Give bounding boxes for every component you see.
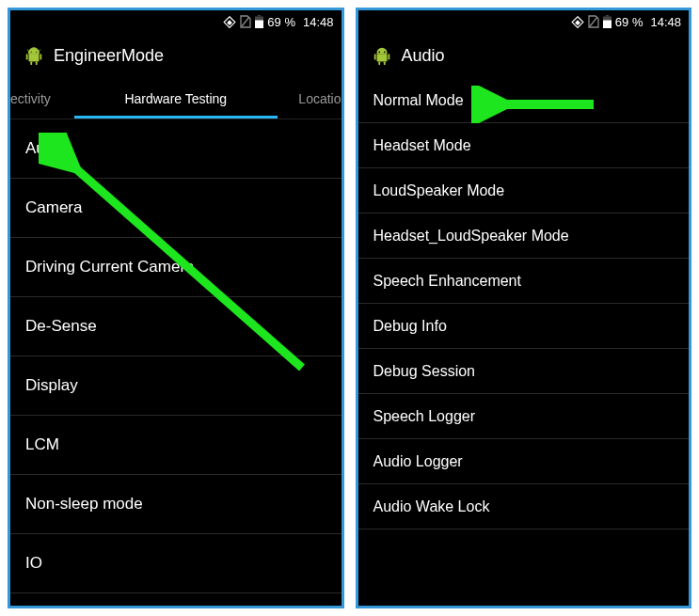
item-non-sleep-mode[interactable]: Non-sleep mode <box>10 475 342 534</box>
clock: 14:48 <box>303 15 334 29</box>
item-audio[interactable]: Audio <box>10 119 342 179</box>
item-headset-loudspeaker-mode[interactable]: Headset_LoudSpeaker Mode <box>358 213 690 259</box>
svg-rect-13 <box>606 15 609 17</box>
android-icon <box>372 45 392 66</box>
screen-audio: 69 % 14:48 Audio Normal Mode Headset Mod… <box>356 8 692 608</box>
clock: 14:48 <box>650 15 681 29</box>
svg-rect-15 <box>373 54 375 59</box>
screen-engineer-mode: 69 % 14:48 EngineerMode ectivity Hardwar… <box>8 8 344 608</box>
app-title: Audio <box>402 46 445 66</box>
svg-rect-2 <box>255 21 263 29</box>
svg-rect-5 <box>26 54 28 59</box>
battery-pct: 69 % <box>615 15 643 29</box>
item-debug-info[interactable]: Debug Info <box>358 304 690 349</box>
item-speech-enhancement[interactable]: Speech Enhancement <box>358 259 690 304</box>
tabs: ectivity Hardware Testing Locatio <box>10 78 342 119</box>
hardware-list: Audio Camera Driving Current Camera De-S… <box>10 119 342 593</box>
item-audio-logger[interactable]: Audio Logger <box>358 439 690 484</box>
item-debug-session[interactable]: Debug Session <box>358 349 690 394</box>
tab-hardware-testing[interactable]: Hardware Testing <box>67 78 285 118</box>
sim-icon <box>588 15 599 28</box>
android-icon <box>24 45 44 66</box>
tab-connectivity[interactable]: ectivity <box>10 78 67 118</box>
svg-rect-18 <box>383 61 385 65</box>
item-headset-mode[interactable]: Headset Mode <box>358 123 690 168</box>
svg-line-10 <box>590 17 597 26</box>
svg-rect-7 <box>30 61 32 65</box>
tab-location[interactable]: Locatio <box>285 78 342 118</box>
battery-icon <box>255 15 263 28</box>
svg-rect-14 <box>376 54 387 61</box>
item-de-sense[interactable]: De-Sense <box>10 297 342 356</box>
svg-rect-4 <box>29 54 40 61</box>
item-normal-mode[interactable]: Normal Mode <box>358 78 690 123</box>
item-driving-current-camera[interactable]: Driving Current Camera <box>10 238 342 297</box>
item-display[interactable]: Display <box>10 356 342 416</box>
status-bar: 69 % 14:48 <box>10 10 342 33</box>
wifi-icon <box>571 15 584 28</box>
item-audio-wake-lock[interactable]: Audio Wake Lock <box>358 484 690 529</box>
item-io[interactable]: IO <box>10 534 342 593</box>
status-bar: 69 % 14:48 <box>358 10 690 33</box>
sim-icon <box>240 15 251 28</box>
battery-icon <box>603 15 612 28</box>
audio-list: Normal Mode Headset Mode LoudSpeaker Mod… <box>358 78 690 529</box>
item-camera[interactable]: Camera <box>10 179 342 238</box>
item-lcm[interactable]: LCM <box>10 416 342 475</box>
item-loudspeaker-mode[interactable]: LoudSpeaker Mode <box>358 168 690 213</box>
battery-pct: 69 % <box>267 15 295 29</box>
app-title: EngineerMode <box>54 46 164 66</box>
svg-rect-3 <box>258 15 261 17</box>
app-header: EngineerMode <box>10 33 342 78</box>
svg-rect-16 <box>388 54 389 59</box>
svg-rect-12 <box>603 21 612 29</box>
wifi-icon <box>223 15 236 28</box>
svg-rect-6 <box>40 54 41 59</box>
svg-rect-17 <box>378 61 380 65</box>
app-header: Audio <box>358 33 690 78</box>
item-speech-logger[interactable]: Speech Logger <box>358 394 690 439</box>
svg-line-0 <box>242 17 249 26</box>
svg-rect-8 <box>36 61 38 65</box>
